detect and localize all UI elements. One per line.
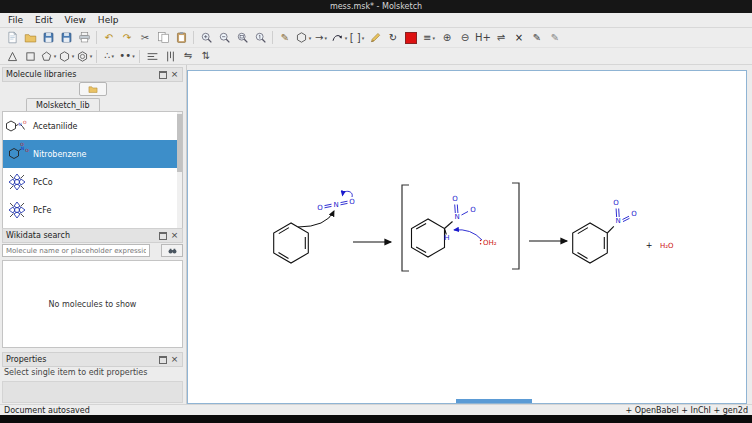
scrollbar-thumb[interactable] bbox=[177, 114, 182, 172]
flip-vertical-tool-button[interactable]: ⇅ bbox=[198, 48, 215, 64]
nucleophilic-attack-arrow[interactable] bbox=[298, 211, 334, 227]
open-file-button[interactable] bbox=[22, 30, 39, 46]
library-item-pcco[interactable]: PcCo bbox=[3, 168, 182, 196]
hydrogen-add-tool-icon: H+ bbox=[475, 33, 491, 43]
menu-view[interactable]: View bbox=[59, 14, 92, 26]
wikidata-panel-float-button[interactable] bbox=[158, 232, 167, 240]
pcfe-thumbnail bbox=[5, 198, 29, 222]
lone-pair-tool-button[interactable]: ∴▾ bbox=[101, 48, 118, 64]
library-item-acetanilide[interactable]: Acetanilide bbox=[3, 112, 182, 140]
benzene-template-dropdown-icon[interactable]: ▾ bbox=[90, 53, 93, 59]
charge-plus-tool-button[interactable]: ⊕ bbox=[439, 30, 456, 46]
cyclobutane-template-button[interactable] bbox=[22, 48, 39, 64]
lone-pair-tool-icon: ∴ bbox=[104, 51, 110, 61]
canvas-horizontal-scrollbar[interactable] bbox=[188, 399, 746, 403]
cyclopentane-template-dropdown-icon[interactable]: ▾ bbox=[54, 53, 57, 59]
status-message: Document autosaved bbox=[4, 406, 90, 415]
manage-libraries-button[interactable] bbox=[79, 82, 107, 96]
edit-tool-button[interactable]: ✎ bbox=[529, 30, 546, 46]
window-title: mess.msk* - Molsketch bbox=[330, 2, 422, 11]
hydrogen-add-tool-button[interactable]: H+ bbox=[475, 30, 492, 46]
curved-arrow-tool-dropdown-icon[interactable]: ▾ bbox=[345, 35, 348, 41]
align-vertical-tool-button[interactable] bbox=[162, 48, 179, 64]
library-list-scrollbar[interactable] bbox=[177, 112, 182, 229]
color-picker-button[interactable] bbox=[403, 30, 420, 46]
reaction-arrow-tool-dropdown-icon[interactable]: ▾ bbox=[324, 35, 327, 41]
bond-width-tool-dropdown-icon[interactable]: ▾ bbox=[432, 35, 435, 41]
undo-button[interactable]: ↶ bbox=[101, 30, 118, 46]
mechanism-arrow-tool-button[interactable] bbox=[367, 30, 384, 46]
water-product-label[interactable]: H₂O bbox=[660, 242, 674, 250]
print-button[interactable] bbox=[76, 30, 93, 46]
ring-tool-dropdown-icon[interactable]: ▾ bbox=[309, 35, 312, 41]
new-document-button[interactable] bbox=[4, 30, 21, 46]
libraries-panel-float-button[interactable] bbox=[158, 71, 167, 79]
cut-button[interactable]: ✂ bbox=[137, 30, 154, 46]
library-item-pcfe[interactable]: PcFe bbox=[3, 196, 182, 224]
curved-arrow-tool-icon bbox=[331, 31, 344, 44]
application-window: mess.msk* - Molsketch FileEditViewHelp ↶… bbox=[0, 0, 752, 423]
ring-tool-button[interactable]: ▾ bbox=[295, 30, 312, 46]
rotate-tool-button[interactable]: ↻ bbox=[385, 30, 402, 46]
libraries-panel-close-button[interactable]: × bbox=[170, 70, 179, 79]
cyclopentane-template-button[interactable]: ▾ bbox=[40, 48, 57, 64]
benzene-template-button[interactable]: ▾ bbox=[76, 48, 93, 64]
wikidata-search-button[interactable] bbox=[161, 244, 183, 257]
electrophile-n-label: N bbox=[333, 201, 338, 209]
cyclopropane-template-button[interactable] bbox=[4, 48, 21, 64]
drawing-canvas[interactable]: O N O bbox=[187, 70, 747, 404]
cyclohexane-template-dropdown-icon[interactable]: ▾ bbox=[72, 53, 75, 59]
secondary-toolbar: ▾▾▾∴▾••▾⇋⇅ bbox=[0, 48, 752, 65]
wikidata-panel-close-button[interactable]: × bbox=[170, 231, 179, 240]
save-as-button[interactable] bbox=[58, 30, 75, 46]
library-item-label: PcFe bbox=[33, 206, 51, 215]
reaction-arrow-tool-button[interactable]: →▾ bbox=[313, 30, 330, 46]
menu-edit[interactable]: Edit bbox=[29, 14, 58, 26]
delete-tool-button[interactable]: × bbox=[511, 30, 528, 46]
flip-horizontal-tool-button[interactable]: ⇋ bbox=[180, 48, 197, 64]
new-document-icon bbox=[6, 31, 19, 44]
properties-panel-close-button[interactable]: × bbox=[170, 355, 179, 364]
radical-tool-button[interactable]: ••▾ bbox=[119, 48, 136, 64]
zoom-original-button[interactable] bbox=[252, 30, 269, 46]
reactant-benzene-structure[interactable] bbox=[274, 223, 309, 263]
properties-panel-header: Properties × bbox=[2, 352, 183, 367]
lone-pair-tool-dropdown-icon[interactable]: ▾ bbox=[111, 53, 114, 59]
radical-tool-dropdown-icon[interactable]: ▾ bbox=[132, 53, 135, 59]
zoom-in-button[interactable] bbox=[198, 30, 215, 46]
deprotonation-arrow bbox=[454, 230, 482, 240]
flip-tool-button[interactable]: ⇌ bbox=[493, 30, 510, 46]
copy-button[interactable] bbox=[155, 30, 172, 46]
menu-help[interactable]: Help bbox=[92, 14, 125, 26]
rotate-tool-icon: ↻ bbox=[389, 33, 397, 43]
tab-molsketch-lib[interactable]: Molsketch_lib bbox=[26, 98, 100, 112]
charge-minus-tool-button[interactable]: ⊖ bbox=[457, 30, 474, 46]
library-item-nitrobenzene[interactable]: Nitrobenzene bbox=[3, 140, 182, 168]
wikidata-panel-header: Wikidata search × bbox=[2, 228, 183, 243]
wikidata-search-input[interactable] bbox=[2, 244, 150, 257]
arenium-intermediate-structure[interactable]: N O O H OH₂ bbox=[412, 195, 497, 257]
flip-tool-icon: ⇌ bbox=[497, 33, 505, 43]
bracket-tool-button[interactable]: [ ]▾ bbox=[349, 30, 366, 46]
cyclohexane-template-button[interactable]: ▾ bbox=[58, 48, 75, 64]
zoom-fit-button[interactable] bbox=[234, 30, 251, 46]
intermediate-h-label: H bbox=[444, 234, 449, 242]
format-tool-button[interactable]: ✎ bbox=[547, 30, 564, 46]
scrollbar-thumb[interactable] bbox=[456, 399, 532, 403]
menu-file[interactable]: File bbox=[2, 14, 29, 26]
nitronium-electrophile[interactable]: O N O bbox=[317, 191, 355, 212]
curved-arrow-tool-button[interactable]: ▾ bbox=[331, 30, 348, 46]
properties-panel-float-button[interactable] bbox=[158, 356, 167, 364]
align-horizontal-tool-button[interactable] bbox=[144, 48, 161, 64]
library-item-label: Nitrobenzene bbox=[33, 150, 87, 159]
bond-width-tool-button[interactable]: ≡▾ bbox=[421, 30, 438, 46]
save-button[interactable] bbox=[40, 30, 57, 46]
open-file-icon bbox=[24, 31, 37, 44]
redo-button[interactable]: ↷ bbox=[119, 30, 136, 46]
zoom-out-button[interactable] bbox=[216, 30, 233, 46]
attacking-water[interactable]: OH₂ bbox=[480, 239, 497, 247]
draw-tool-button[interactable]: ✎ bbox=[277, 30, 294, 46]
nitrobenzene-product-structure[interactable]: N O O bbox=[573, 199, 638, 263]
bracket-tool-dropdown-icon[interactable]: ▾ bbox=[362, 35, 365, 41]
paste-button[interactable] bbox=[173, 30, 190, 46]
